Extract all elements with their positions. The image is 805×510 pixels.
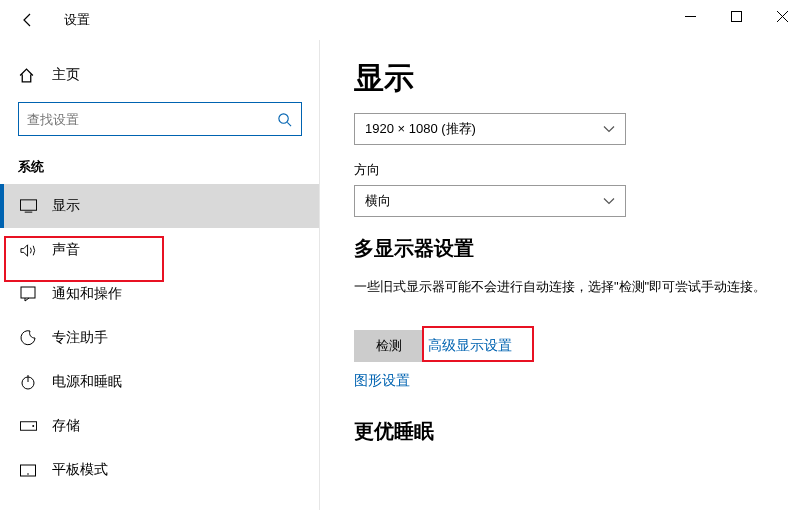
minimize-button[interactable] (667, 0, 713, 32)
svg-point-12 (32, 425, 34, 427)
window-title: 设置 (64, 11, 90, 29)
home-link[interactable]: 主页 (0, 60, 320, 90)
advanced-display-link[interactable]: 高级显示设置 (428, 337, 512, 355)
multi-display-text: 一些旧式显示器可能不会进行自动连接，选择"检测"即可尝试手动连接。 (354, 276, 771, 298)
storage-icon (18, 420, 38, 432)
sidebar-item-sound[interactable]: 声音 (0, 228, 320, 272)
orientation-value: 横向 (365, 192, 391, 210)
resolution-dropdown[interactable]: 1920 × 1080 (推荐) (354, 113, 626, 145)
svg-rect-8 (21, 287, 35, 298)
resolution-value: 1920 × 1080 (推荐) (365, 120, 476, 138)
sidebar-item-label: 通知和操作 (52, 285, 122, 303)
sidebar-item-power[interactable]: 电源和睡眠 (0, 360, 320, 404)
notifications-icon (18, 286, 38, 302)
tablet-icon (18, 464, 38, 477)
orientation-label: 方向 (354, 161, 771, 179)
sleep-heading: 更优睡眠 (354, 418, 771, 445)
sidebar-item-tablet[interactable]: 平板模式 (0, 448, 320, 492)
multi-display-heading: 多显示器设置 (354, 235, 771, 262)
power-icon (18, 374, 38, 390)
section-label: 系统 (18, 158, 302, 176)
sidebar-item-focus[interactable]: 专注助手 (0, 316, 320, 360)
svg-point-14 (27, 473, 29, 475)
window-controls (667, 0, 805, 32)
maximize-button[interactable] (713, 0, 759, 32)
svg-rect-1 (731, 11, 741, 21)
search-box[interactable] (18, 102, 302, 136)
chevron-down-icon (603, 197, 615, 205)
graphics-settings-link[interactable]: 图形设置 (354, 372, 410, 390)
focus-icon (18, 330, 38, 346)
home-label: 主页 (52, 66, 80, 84)
content-area: 显示 1920 × 1080 (推荐) 方向 横向 多显示器设置 一些旧式显示器… (320, 40, 805, 510)
display-icon (18, 199, 38, 213)
orientation-dropdown[interactable]: 横向 (354, 185, 626, 217)
svg-rect-6 (20, 200, 36, 210)
chevron-down-icon (603, 125, 615, 133)
close-button[interactable] (759, 0, 805, 32)
sidebar-item-label: 存储 (52, 417, 80, 435)
sidebar-item-label: 专注助手 (52, 329, 108, 347)
sidebar-item-storage[interactable]: 存储 (0, 404, 320, 448)
sidebar-item-notifications[interactable]: 通知和操作 (0, 272, 320, 316)
sidebar-item-label: 显示 (52, 197, 80, 215)
svg-point-4 (278, 113, 287, 122)
svg-line-5 (287, 122, 291, 126)
page-heading: 显示 (354, 58, 771, 99)
sound-icon (18, 243, 38, 258)
sidebar-item-label: 电源和睡眠 (52, 373, 122, 391)
sidebar-item-label: 声音 (52, 241, 80, 259)
search-icon (275, 112, 293, 127)
sidebar: 主页 系统 显示 声音 通知和操作 专注助手 电源和睡眠 (0, 40, 320, 510)
sidebar-item-label: 平板模式 (52, 461, 108, 479)
search-input[interactable] (27, 112, 275, 127)
back-button[interactable] (14, 6, 42, 34)
sidebar-item-display[interactable]: 显示 (0, 184, 320, 228)
home-icon (18, 67, 38, 84)
detect-button[interactable]: 检测 (354, 330, 424, 362)
